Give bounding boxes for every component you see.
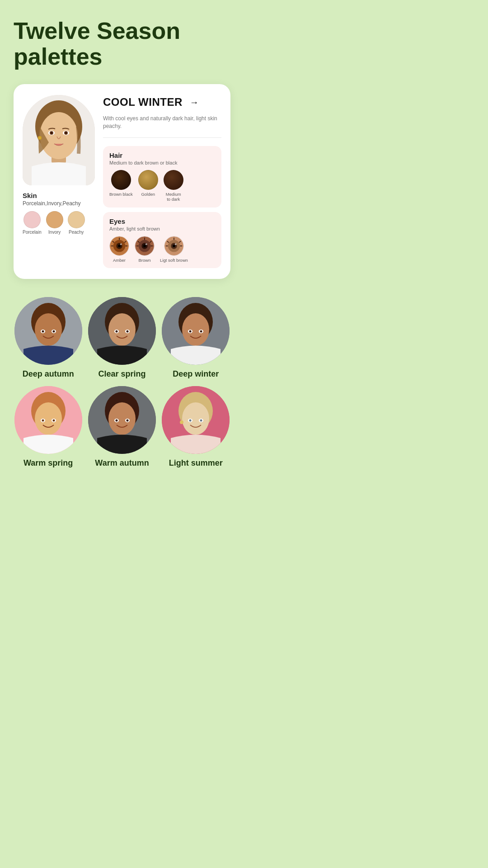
eye-swatch-label-lightsoftbrown: Ligt soft brown	[160, 258, 188, 263]
eye-swatch-item: Brown	[135, 236, 155, 263]
season-avatar-clear-spring	[88, 297, 156, 365]
eye-swatch-lightsoftbrown	[164, 236, 184, 256]
eyes-attr-card: Eyes Amber, light soft brown	[103, 212, 221, 268]
eye-swatch-label-amber: Amber	[113, 258, 126, 263]
hair-swatch-item: Brown black	[109, 170, 133, 202]
swatch-label-porcelain: Porcelain	[23, 230, 42, 235]
svg-point-68	[52, 420, 55, 422]
svg-point-15	[120, 243, 122, 245]
skin-sublabel: Porcelain,Invory,Peachy	[23, 200, 81, 207]
season-avatar-warm-autumn	[88, 386, 156, 454]
swatch-peachy	[68, 211, 85, 228]
svg-point-10	[38, 136, 42, 140]
season-title: COOL WINTER	[103, 96, 183, 108]
eyes-label: Eyes	[109, 217, 215, 225]
svg-point-9	[65, 132, 67, 134]
eye-swatch-item: Ligt soft brown	[160, 236, 188, 263]
hair-swatch-brownblack	[111, 170, 131, 190]
svg-point-34	[173, 245, 175, 247]
season-name-clear-spring: Clear spring	[98, 369, 145, 379]
hair-swatches: Brown black Golden Mediumto dark	[109, 170, 215, 202]
swatch-label-invory: Invory	[48, 230, 61, 235]
season-arrow-button[interactable]: →	[187, 95, 202, 109]
season-grid: Deep autumn Clear spring	[14, 297, 230, 468]
svg-point-78	[182, 402, 209, 435]
hair-swatch-item: Golden	[138, 170, 158, 202]
svg-point-61	[200, 330, 202, 333]
hair-attr-card: Hair Medium to dark brown or black Brown…	[103, 146, 221, 208]
card-right: COOL WINTER → With cool eyes and natural…	[103, 95, 221, 268]
skin-swatches: Porcelain Invory Peachy	[23, 211, 85, 235]
svg-point-73	[115, 420, 117, 422]
svg-point-64	[35, 402, 62, 435]
swatch-label-peachy: Peachy	[69, 230, 84, 235]
swatch-item: Invory	[46, 211, 63, 235]
swatch-item: Peachy	[68, 211, 85, 235]
season-item-clear-spring[interactable]: Clear spring	[87, 297, 156, 379]
svg-point-43	[35, 313, 62, 346]
eye-swatch-brown	[135, 236, 155, 256]
swatch-item: Porcelain	[23, 211, 42, 235]
hair-label: Hair	[109, 151, 215, 159]
svg-point-52	[115, 330, 117, 333]
portrait-wrap	[23, 95, 95, 185]
eye-swatch-amber	[109, 236, 129, 256]
season-item-light-summer[interactable]: Light summer	[161, 386, 230, 468]
hair-swatch-mediumdark	[164, 170, 183, 190]
season-item-deep-autumn[interactable]: Deep autumn	[14, 297, 83, 379]
svg-point-82	[200, 420, 202, 422]
page-title: Twelve Seasonpalettes	[14, 18, 230, 70]
season-name-deep-autumn: Deep autumn	[23, 369, 74, 379]
svg-point-14	[118, 245, 121, 247]
svg-point-83	[180, 420, 183, 424]
season-avatar-warm-spring	[14, 386, 82, 454]
season-name-deep-winter: Deep winter	[173, 369, 219, 379]
season-name-light-summer: Light summer	[169, 458, 223, 468]
svg-point-66	[42, 420, 44, 422]
season-name-warm-autumn: Warm autumn	[95, 458, 149, 468]
season-avatar-deep-winter	[162, 297, 230, 365]
svg-point-57	[182, 313, 209, 346]
season-header: COOL WINTER →	[103, 95, 221, 109]
season-name-warm-spring: Warm spring	[23, 458, 73, 468]
svg-point-47	[52, 330, 55, 333]
eye-swatch-item: Amber	[109, 236, 129, 263]
svg-point-59	[189, 330, 192, 333]
svg-point-54	[126, 330, 128, 333]
svg-point-24	[143, 245, 146, 247]
hair-sublabel: Medium to dark brown or black	[109, 160, 215, 165]
season-item-deep-winter[interactable]: Deep winter	[161, 297, 230, 379]
hair-swatch-label-mediumdark: Mediumto dark	[166, 192, 181, 202]
swatch-porcelain	[23, 211, 41, 228]
svg-point-71	[108, 402, 136, 435]
hair-swatch-golden	[138, 170, 158, 190]
eyes-sublabel: Amber, light soft brown	[109, 226, 215, 231]
season-card: Skin Porcelain,Invory,Peachy Porcelain I…	[14, 84, 230, 279]
svg-point-3	[40, 112, 78, 159]
eye-swatch-label-brown: Brown	[139, 258, 151, 263]
svg-point-80	[189, 420, 192, 422]
hair-swatch-label-golden: Golden	[141, 192, 155, 197]
svg-point-50	[108, 313, 136, 346]
season-description: With cool eyes and naturally dark hair, …	[103, 115, 221, 130]
hair-swatch-item: Mediumto dark	[164, 170, 183, 202]
season-item-warm-autumn[interactable]: Warm autumn	[87, 386, 156, 468]
svg-point-25	[145, 243, 147, 245]
skin-label: Skin	[23, 192, 37, 199]
season-avatar-light-summer	[162, 386, 230, 454]
eyes-swatches: Amber	[109, 236, 215, 263]
svg-point-6	[51, 132, 52, 134]
season-item-warm-spring[interactable]: Warm spring	[14, 386, 83, 468]
card-left: Skin Porcelain,Invory,Peachy Porcelain I…	[23, 95, 95, 268]
svg-point-45	[42, 330, 44, 333]
swatch-invory	[46, 211, 63, 228]
season-avatar-deep-autumn	[14, 297, 82, 365]
svg-point-35	[175, 243, 177, 245]
svg-point-75	[126, 420, 128, 422]
divider	[103, 137, 221, 138]
hair-swatch-label-brownblack: Brown black	[109, 192, 133, 197]
